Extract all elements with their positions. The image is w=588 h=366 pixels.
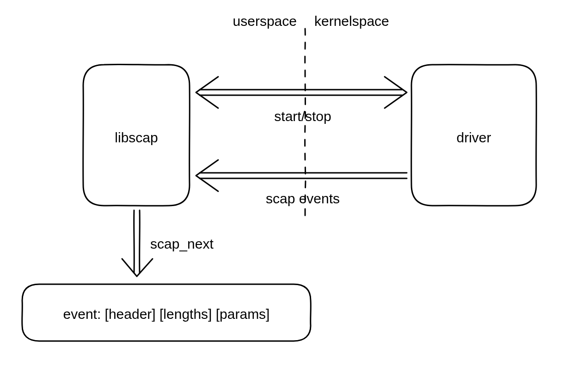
start-stop-label: start/stop bbox=[274, 109, 331, 124]
kernelspace-label: kernelspace bbox=[314, 13, 389, 29]
event-box: event: [header] [lengths] [params] bbox=[22, 284, 311, 342]
driver-label: driver bbox=[456, 130, 491, 145]
scap-events-label: scap events bbox=[266, 191, 340, 206]
driver-box: driver bbox=[411, 65, 537, 206]
start-stop-arrow bbox=[196, 77, 407, 108]
scap-next-arrow bbox=[122, 210, 153, 276]
libscap-box: libscap bbox=[83, 64, 190, 206]
architecture-diagram: userspace kernelspace libscap driver sta… bbox=[0, 0, 588, 366]
event-box-label: event: [header] [lengths] [params] bbox=[63, 306, 270, 322]
scap-next-label: scap_next bbox=[150, 236, 214, 251]
scap-events-arrow bbox=[196, 160, 407, 191]
userspace-label: userspace bbox=[233, 13, 297, 29]
libscap-label: libscap bbox=[115, 130, 158, 145]
